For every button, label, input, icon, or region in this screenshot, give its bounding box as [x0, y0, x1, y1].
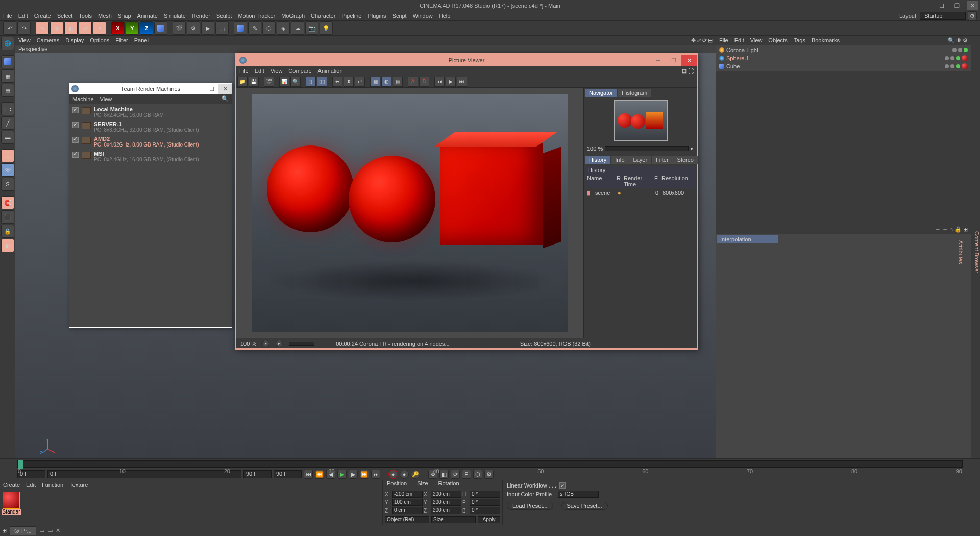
pv-status-slider[interactable] — [289, 342, 314, 346]
menu-mograph[interactable]: MoGraph — [281, 13, 305, 19]
trm-titlebar[interactable]: Team Render Machines ─ ☐ ✕ — [69, 83, 232, 94]
close-icon[interactable]: ✕ — [218, 84, 232, 94]
pv-menu-animation[interactable]: Animation — [318, 68, 343, 74]
close-icon[interactable]: ✕ — [967, 1, 978, 10]
pv-a-marker-icon[interactable]: A — [408, 77, 418, 87]
pv-swap-icon[interactable]: ⇄ — [355, 77, 365, 87]
add-light-icon[interactable]: 💡 — [320, 21, 333, 35]
pv-filter-icon[interactable]: ▦ — [370, 77, 380, 87]
soft-select-icon[interactable]: 🧲 — [1, 196, 14, 209]
rot-p-field[interactable]: 0 ° — [470, 499, 500, 506]
pv-menu-compare[interactable]: Compare — [288, 68, 311, 74]
object-row[interactable]: Sphere.1 — [717, 54, 970, 62]
vp-nav-icon[interactable]: ✥ — [691, 37, 696, 44]
render-picture-icon[interactable]: ▶ — [201, 21, 214, 35]
texture-mode-icon[interactable]: ▦ — [1, 69, 14, 83]
vis-dot-icon[interactable] — [950, 64, 954, 68]
pv-prev-icon[interactable]: ⏮ — [434, 77, 445, 87]
lock-icon[interactable]: 🔒 — [1, 225, 14, 238]
object-name[interactable]: Cube — [726, 63, 740, 69]
menu-window[interactable]: Window — [413, 13, 433, 19]
obj-menu-file[interactable]: File — [719, 37, 728, 43]
material-tag-icon[interactable] — [962, 63, 968, 69]
point-mode-icon[interactable]: ⋮⋮ — [1, 102, 14, 115]
trm-checkbox[interactable] — [72, 152, 79, 158]
enable-dot-icon[interactable] — [956, 64, 960, 68]
pv-compare-h-icon[interactable]: ⬌ — [332, 77, 342, 87]
obj-filter-icon[interactable]: ⚙ — [963, 37, 968, 44]
make-editable-icon[interactable]: 🌐 — [1, 37, 14, 50]
menu-create[interactable]: Create — [34, 13, 51, 19]
obj-menu-view[interactable]: View — [750, 37, 763, 43]
redo-icon[interactable]: ↷ — [17, 21, 31, 35]
object-name[interactable]: Corona Light — [726, 47, 758, 53]
pv-titlebar[interactable]: Picture Viewer ─ ☐ ✕ — [236, 54, 697, 66]
attribute-manager[interactable]: Interpolation — [716, 234, 971, 458]
pv-htab-info[interactable]: Info — [611, 156, 628, 164]
trm-machine-row[interactable]: MSIPC, 8x2.4GHz, 16.00 GB RAM, (Studio C… — [70, 149, 231, 164]
render-view-icon[interactable]: 🎬 — [173, 21, 186, 35]
symmetry-icon[interactable]: ⬛ — [1, 210, 14, 224]
object-manager[interactable]: Corona Light Sphere.1 Cube — [716, 45, 971, 71]
axis-z-icon[interactable]: Z — [140, 21, 153, 35]
trm-menu-view[interactable]: View — [100, 96, 112, 102]
size-z-field[interactable]: 200 cm — [431, 507, 461, 514]
object-row[interactable]: Corona Light — [717, 46, 970, 54]
axis-x-icon[interactable]: X — [111, 21, 125, 35]
pv-htab-history[interactable]: History — [585, 156, 610, 164]
rotate-tool-icon[interactable]: ⟳ — [79, 21, 92, 35]
attr-tab[interactable]: Interpolation — [717, 235, 778, 243]
pv-col-time[interactable]: Render Time — [624, 175, 652, 187]
task-mini-icon[interactable]: ▭ — [39, 527, 44, 534]
pos-z-field[interactable]: 0 cm — [392, 507, 423, 514]
timeline-track[interactable]: 0 10 20 30 40 50 60 70 80 90 — [17, 460, 963, 468]
load-preset-button[interactable]: Load Preset... — [507, 502, 553, 510]
pv-menu-view[interactable]: View — [271, 68, 283, 74]
trm-checkbox[interactable] — [72, 122, 79, 128]
mat-menu-function[interactable]: Function — [42, 482, 63, 488]
menu-tools[interactable]: Tools — [79, 13, 92, 19]
pv-next-icon[interactable]: ⏭ — [457, 77, 467, 87]
save-preset-button[interactable]: Save Preset... — [561, 502, 608, 510]
pv-play-icon[interactable]: ▶ — [446, 77, 456, 87]
pv-alpha-icon[interactable]: ◐ — [381, 77, 391, 87]
maximize-icon[interactable]: ☐ — [205, 84, 218, 94]
taskbar-item[interactable]: ◎ Pr... — [10, 526, 36, 535]
obj-menu-edit[interactable]: Edit — [734, 37, 744, 43]
add-generator-icon[interactable]: ⬡ — [262, 21, 276, 35]
enable-dot-icon[interactable] — [956, 56, 960, 60]
pv-clapper-icon[interactable]: 🎬 — [264, 77, 274, 87]
menu-help[interactable]: Help — [439, 13, 451, 19]
obj-eye-icon[interactable]: 👁 — [956, 37, 962, 44]
menu-file[interactable]: File — [3, 13, 12, 19]
mat-menu-create[interactable]: Create — [3, 482, 20, 488]
sidebar-tab[interactable]: Attributes — [958, 240, 964, 264]
object-row[interactable]: Cube — [717, 62, 970, 70]
move-tool-icon[interactable]: ✥ — [50, 21, 63, 35]
obj-menu-objects[interactable]: Objects — [768, 37, 787, 43]
menu-script[interactable]: Script — [393, 13, 407, 19]
pv-save-icon[interactable]: 💾 — [249, 77, 259, 87]
menu-character[interactable]: Character — [311, 13, 335, 19]
menu-motiontracker[interactable]: Motion Tracker — [238, 13, 275, 19]
menu-plugins[interactable]: Plugins — [368, 13, 386, 19]
pv-menu-file[interactable]: File — [239, 68, 249, 74]
pv-htab-stereo[interactable]: Stereo — [673, 156, 698, 164]
pv-col-res[interactable]: Resolution — [662, 175, 688, 187]
material-name[interactable]: Standar — [2, 509, 20, 515]
undo-icon[interactable]: ↶ — [3, 21, 16, 35]
attr-fwd-icon[interactable]: → — [942, 226, 948, 232]
vp-zoom-icon[interactable]: ⤢ — [697, 37, 701, 44]
pos-y-field[interactable]: 100 cm — [392, 499, 423, 506]
pv-menu-edit[interactable]: Edit — [255, 68, 264, 74]
pos-x-field[interactable]: -200 cm — [392, 491, 423, 498]
color-profile-select[interactable]: sRGB — [558, 491, 599, 498]
restore-icon[interactable]: ❐ — [951, 1, 963, 10]
pv-zoom-btn-icon[interactable]: ▸ — [691, 145, 694, 152]
model-mode-icon[interactable] — [1, 55, 14, 68]
pv-navigator-thumb[interactable] — [614, 100, 668, 141]
vp-menu-panel[interactable]: Panel — [134, 37, 149, 43]
coord-mode2-select[interactable]: Size — [431, 516, 476, 523]
pv-tab-histogram[interactable]: Histogram — [618, 89, 651, 97]
vp-menu-view[interactable]: View — [18, 37, 31, 43]
